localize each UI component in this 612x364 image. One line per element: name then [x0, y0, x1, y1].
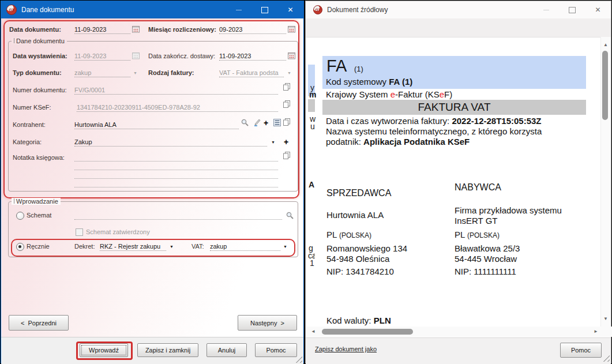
seller-street: Romanowskiego 134	[326, 243, 407, 253]
help-button[interactable]: Pomoc	[560, 343, 602, 358]
invoice-title: FAKTURA VAT	[418, 101, 491, 113]
minimize-button[interactable]	[226, 1, 251, 18]
invoice-kind-dropdown: VAT - Faktura podsta	[219, 69, 284, 77]
invoice-system-name-line2: podatnik: Aplikacja Podatnika KSeF	[326, 137, 470, 147]
vertical-scrollbar-thumb[interactable]	[602, 51, 608, 120]
calendar-icon[interactable]	[132, 25, 140, 33]
scroll-up-icon[interactable]: ▲	[603, 43, 608, 47]
note-input-line[interactable]	[74, 178, 278, 179]
schema-radio[interactable]	[16, 212, 24, 220]
window-title: Dane dokumentu	[21, 6, 74, 14]
preview-toolbar	[306, 18, 611, 37]
invoice-title-band: FAKTURA VAT	[322, 100, 586, 115]
cancel-button[interactable]: Anuluj	[206, 343, 247, 357]
search-icon[interactable]	[241, 118, 249, 127]
horizontal-scrollbar-thumb[interactable]	[322, 329, 413, 335]
contractor-field[interactable]: Hurtownia ALA	[74, 121, 239, 129]
group-dane-dokumentu	[8, 41, 298, 192]
category-label: Kategoria:	[13, 138, 42, 145]
note-input-line[interactable]	[74, 170, 278, 170]
copy-icon[interactable]	[283, 100, 291, 108]
buyer-nip: NIP: 1111111111	[455, 267, 516, 276]
window-dane-dokumentu: GT Dane dokumentu ✕ Data dokumentu: 11-0…	[1, 1, 304, 363]
note-input-line[interactable]	[74, 187, 278, 187]
titlebar-dane-dokumentu[interactable]: GT Dane dokumentu ✕	[1, 1, 303, 18]
vat-dropdown[interactable]: zakup	[210, 242, 280, 251]
help-button[interactable]: Pomoc	[255, 343, 297, 357]
delivery-date-label: Data zakończ. dostawy:	[148, 52, 215, 59]
scroll-down-icon[interactable]: ▼	[603, 317, 608, 321]
ksef-number-field: 1341784210-20230911-4509ED-978A28-92	[77, 103, 278, 112]
chevron-down-icon: ▼	[133, 71, 137, 75]
issue-date-field: 11-09-2023	[74, 52, 130, 61]
search-icon[interactable]	[286, 211, 294, 220]
dekret-label: Dekret:	[74, 243, 95, 250]
list-icon[interactable]	[273, 119, 281, 126]
minimize-button[interactable]	[533, 1, 559, 18]
enter-button[interactable]: Wprowadź	[80, 343, 128, 357]
next-button[interactable]: Następny >	[238, 315, 297, 331]
buyer-city: 54-445 Wrocław	[455, 254, 517, 264]
maximize-button[interactable]	[559, 1, 585, 18]
scroll-right-icon[interactable]: ►	[594, 329, 598, 334]
schema-approved-checkbox	[76, 228, 83, 236]
insert-gt-logo-icon: GT	[313, 5, 322, 14]
manual-radio[interactable]	[16, 243, 24, 251]
window-dokument-zrodlowy: GT Dokument źródłowy ✕ y m w u A g ca 1 …	[305, 1, 611, 363]
stale-render-fragment: u	[310, 122, 317, 131]
calendar-icon[interactable]	[288, 52, 295, 59]
maximize-icon	[569, 7, 576, 13]
save-and-close-button[interactable]: Zapisz i zamknij	[137, 343, 198, 357]
seller-name: Hurtownia ALA	[326, 210, 384, 220]
invoice-system-name-line1: Nazwa systemu teleinformatycznego, z któ…	[326, 126, 542, 136]
accounting-note-label: Notatka księgowa:	[13, 154, 65, 161]
close-button[interactable]: ✕	[277, 1, 303, 18]
group-dane-dokumentu-title: Dane dokumentu	[12, 37, 67, 44]
chevron-down-icon[interactable]: ▼	[271, 140, 275, 144]
doc-number-label: Numer dokumentu:	[13, 87, 67, 93]
copy-icon[interactable]	[283, 118, 291, 126]
add-category-icon[interactable]: +	[284, 138, 288, 145]
schema-radio-label: Schemat	[27, 212, 51, 219]
maximize-button[interactable]	[251, 1, 277, 18]
close-button[interactable]: ✕	[585, 1, 611, 18]
seller-country: PL (POLSKA)	[326, 230, 371, 239]
delivery-date-field[interactable]: 11-09-2023	[219, 52, 286, 61]
seller-city: 54-948 Oleśnica	[326, 254, 389, 264]
vat-label: VAT:	[192, 243, 204, 250]
add-contractor-icon[interactable]: +	[264, 119, 268, 126]
dekret-dropdown[interactable]: RKZ - Rejestr zakupu	[100, 242, 166, 251]
titlebar-dokument-zrodlowy[interactable]: GT Dokument źródłowy ✕	[306, 1, 611, 19]
note-input-line[interactable]	[74, 161, 278, 162]
buyer-header: NABYWCA	[455, 182, 501, 193]
buyer-name-line1: Firma przykładowa systemu	[455, 205, 562, 215]
buyer-country: PL (POLSKA)	[455, 230, 500, 239]
previous-button[interactable]: < Poprzedni	[9, 315, 69, 331]
minimize-icon	[543, 10, 549, 10]
invoice-system-code-line: Kod systemowy FA (1)	[326, 77, 412, 87]
settlement-month-field[interactable]: 09-2023	[219, 25, 286, 34]
copy-icon[interactable]	[283, 83, 291, 91]
schema-input-line[interactable]	[74, 219, 282, 220]
save-document-as-link[interactable]: Zapisz dokument jako	[315, 346, 377, 352]
calendar-icon-disabled	[132, 52, 140, 59]
seller-nip: NIP: 1341784210	[326, 267, 394, 276]
buyer-street: Bławatkowa 25/3	[455, 243, 520, 253]
chevron-down-icon[interactable]: ▼	[170, 245, 174, 249]
stale-render-fragment: A	[309, 180, 316, 189]
copy-icon[interactable]	[283, 152, 291, 159]
category-dropdown[interactable]: Zakup	[74, 138, 267, 147]
doc-type-label: Typ dokumentu:	[13, 69, 62, 76]
doc-type-dropdown: zakup	[74, 69, 130, 77]
stale-render-fragment: m	[309, 90, 316, 99]
invoice-form-code: FA	[326, 57, 347, 76]
scroll-left-icon[interactable]: ◄	[311, 329, 316, 334]
doc-date-field[interactable]: 11-09-2023	[74, 25, 130, 34]
doc-number-field: FV/G/0001	[74, 86, 278, 95]
calendar-icon[interactable]	[288, 25, 295, 33]
minimize-icon	[236, 10, 242, 10]
chevron-down-icon[interactable]: ▼	[283, 245, 287, 249]
edit-pencil-icon[interactable]	[253, 118, 261, 126]
screenshot: GT Dane dokumentu ✕ Data dokumentu: 11-0…	[0, 0, 612, 364]
invoice-ksef-line: Krajowy System e-Faktur (KSeF)	[326, 89, 452, 99]
